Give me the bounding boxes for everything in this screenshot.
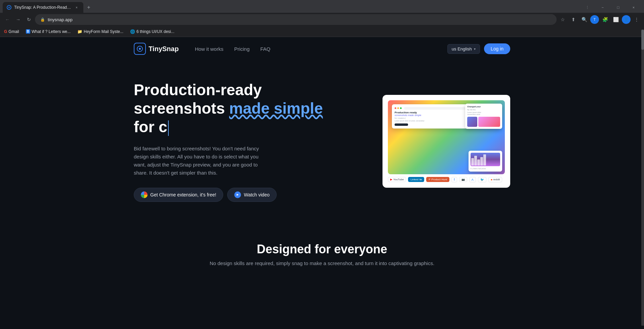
play-icon: ▶ [234, 191, 241, 198]
nav-pricing[interactable]: Pricing [234, 46, 250, 52]
back-button[interactable]: ← [3, 15, 12, 24]
more-button[interactable]: − [595, 2, 610, 13]
youtube-badge: ▶ YouTube [388, 177, 406, 182]
close-button[interactable]: × [626, 2, 641, 13]
hero-title-line3: for c [134, 118, 167, 136]
chrome-extension-button[interactable]: Get Chrome extension, it's free! [134, 188, 223, 202]
whatif-favicon: B [26, 29, 30, 34]
bookmark-heyform-label: HeyForm Mail Syste... [84, 29, 123, 34]
screen-cast-button[interactable]: ⬜ [611, 15, 620, 24]
gmail-favicon: G [4, 29, 7, 34]
hero-preview-card: Production-ready screenshots made simple… [383, 95, 510, 188]
reddit-icon: ● [491, 178, 492, 181]
instagram-badge: 📷 [459, 177, 467, 182]
maximize-button[interactable]: □ [610, 2, 626, 13]
linkedin-badge: Linkedin [408, 177, 424, 182]
tab-favicon [7, 5, 11, 10]
facebook-icon: f [454, 178, 455, 181]
browser-chrome: TinySnap: A Production-Ready S... × + ⋮ … [0, 0, 644, 37]
youtube-label: YouTube [393, 178, 404, 181]
active-tab[interactable]: TinySnap: A Production-Ready S... × [3, 2, 83, 13]
bookmark-heyform[interactable]: 📁 HeyForm Mail Syste... [76, 29, 125, 35]
lock-icon: 🔒 [40, 17, 45, 22]
appstore-badge: A [469, 177, 476, 182]
reddit-badge: ● reddit [488, 177, 502, 182]
twitter-badge: 🐦 [478, 177, 486, 182]
linkedin-icon: in [419, 178, 422, 181]
tab-close-button[interactable]: × [74, 5, 79, 10]
nav-actions: ☆ ⬆ 🔍 T 🧩 ⬜ 👤 ⋮ [558, 15, 641, 24]
menu-button[interactable]: ⋮ [632, 15, 641, 24]
bookmark-uxdesign[interactable]: 🌐 6 things UI/UX desi... [129, 29, 176, 35]
logo-icon [134, 43, 146, 55]
extension-icon[interactable]: T [590, 15, 599, 24]
hero-description: Bid farewell to boring screenshots! You … [134, 145, 261, 177]
hero-buttons: Get Chrome extension, it's free! ▶ Watch… [134, 188, 362, 202]
chevron-down-icon: ▾ [474, 47, 476, 51]
bottom-section: Designed for everyone No design skills a… [120, 222, 524, 273]
producthunt-badge: P Product Hunt [426, 177, 449, 182]
logo-text: TinySnap [149, 45, 179, 53]
hero-title: Production-ready screenshots made simple… [134, 81, 362, 137]
floating-card-2: if y letters had prices [469, 151, 502, 172]
bookmark-star-button[interactable]: ☆ [558, 15, 567, 24]
heyform-favicon: 📁 [77, 29, 82, 34]
bottom-title: Designed for everyone [134, 242, 510, 256]
logo-dot [139, 48, 141, 50]
scrollbar-thumb[interactable] [641, 30, 644, 50]
window-controls: ⋮ − □ × [579, 2, 641, 13]
bottom-description: No design skills are required, simply sn… [134, 260, 510, 266]
watch-video-button[interactable]: ▶ Watch video [227, 188, 277, 202]
navigation-bar: ← → ↻ 🔒 tinysnap.app ☆ ⬆ 🔍 T 🧩 ⬜ 👤 ⋮ [0, 13, 644, 26]
share-button[interactable]: ⬆ [569, 15, 578, 24]
logo[interactable]: TinySnap [134, 43, 179, 55]
puzzle-icon[interactable]: 🧩 [600, 15, 610, 24]
ph-label: Product Hunt [431, 178, 447, 181]
chrome-button-label: Get Chrome extension, it's free! [150, 192, 216, 197]
address-bar[interactable]: 🔒 tinysnap.app [35, 14, 557, 25]
tab-bar: TinySnap: A Production-Ready S... × + ⋮ … [0, 0, 644, 13]
logo-inner-ring [137, 46, 143, 52]
scrollbar[interactable] [641, 30, 644, 326]
bookmark-whatif[interactable]: B What if ? Letters we... [25, 29, 72, 35]
watch-video-label: Watch video [244, 192, 270, 197]
ph-icon: P [429, 178, 430, 181]
bookmark-gmail-label: Gmail [8, 29, 19, 34]
reddit-label: reddit [493, 178, 500, 181]
hero-title-line2: screenshots [134, 100, 229, 117]
appstore-icon: A [472, 178, 474, 181]
nav-how-it-works[interactable]: How it works [195, 46, 224, 52]
reload-button[interactable]: ↻ [24, 15, 34, 24]
floating-card-1: Changed your flip into this Lorem ipsum … [465, 104, 502, 129]
new-tab-button[interactable]: + [84, 3, 93, 12]
login-button[interactable]: Log in [484, 43, 510, 54]
url-display: tinysnap.app [48, 17, 551, 22]
minimize-button[interactable]: ⋮ [579, 2, 595, 13]
youtube-icon: ▶ [390, 178, 392, 181]
bookmark-gmail[interactable]: G Gmail [3, 29, 21, 35]
site-navigation: TinySnap How it works Pricing FAQ us Eng… [120, 37, 524, 61]
nav-faq[interactable]: FAQ [260, 46, 271, 52]
uxdesign-favicon: 🌐 [130, 29, 135, 34]
twitter-icon: 🐦 [480, 178, 484, 181]
tab-title: TinySnap: A Production-Ready S... [14, 5, 71, 10]
bookmark-whatif-label: What if ? Letters we... [32, 29, 71, 34]
facebook-badge: f [451, 177, 457, 182]
search-button[interactable]: 🔍 [579, 15, 589, 24]
text-cursor [168, 120, 169, 136]
profile-button[interactable]: 👤 [622, 15, 631, 24]
linkedin-label: Linked [410, 178, 418, 181]
instagram-icon: 📷 [461, 178, 465, 181]
svg-point-1 [8, 7, 10, 8]
hero-title-line1: Production-ready [134, 81, 262, 99]
forward-button[interactable]: → [13, 15, 23, 24]
bookmark-uxdesign-label: 6 things UI/UX desi... [136, 29, 174, 34]
website-content: TinySnap How it works Pricing FAQ us Eng… [0, 37, 644, 329]
site-nav-actions: us English ▾ Log in [447, 43, 510, 54]
language-label: us English [452, 46, 472, 51]
bookmarks-bar: G Gmail B What if ? Letters we... 📁 HeyF… [0, 26, 644, 37]
hero-content: Production-ready screenshots made simple… [134, 81, 362, 202]
chrome-icon [141, 191, 148, 198]
language-selector[interactable]: us English ▾ [447, 44, 480, 54]
hero-section: Production-ready screenshots made simple… [120, 61, 524, 222]
